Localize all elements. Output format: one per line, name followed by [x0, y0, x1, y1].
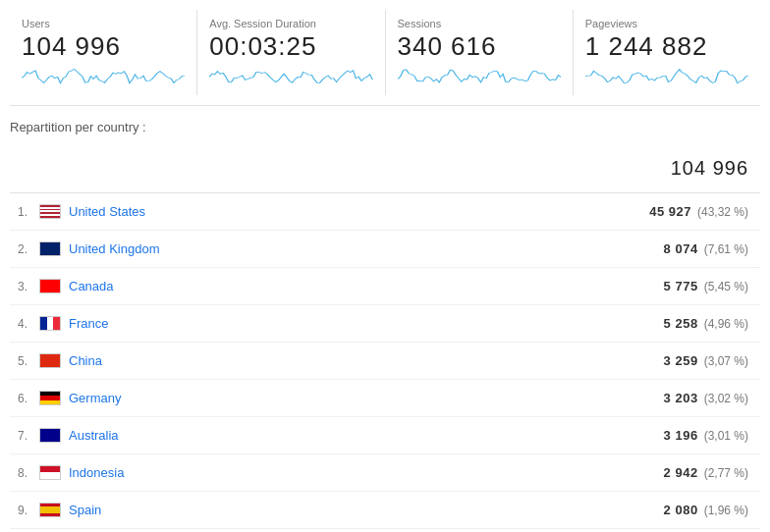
country-name[interactable]: United States: [69, 204, 145, 219]
flag-icon: [39, 241, 61, 256]
country-row: 7. Australia: [10, 417, 275, 454]
country-pct: (3,07 %): [704, 354, 748, 368]
country-value: 5 258: [664, 316, 698, 331]
flag-icon: [39, 316, 61, 331]
value-row: 5 775 (5,45 %): [275, 268, 760, 305]
rank-label: 8.: [18, 466, 39, 480]
metric-card-pageviews: Pageviews 1 244 882: [574, 10, 760, 95]
country-name[interactable]: Germany: [69, 391, 121, 405]
section-title: Repartition per country :: [10, 120, 760, 134]
country-value: 3 259: [664, 353, 698, 368]
country-row: 2. United Kingdom: [10, 231, 275, 268]
rank-label: 4.: [18, 317, 39, 331]
rank-label: 9.: [18, 504, 39, 517]
metrics-row: Users 104 996 Avg. Session Duration 00:0…: [10, 10, 760, 106]
flag-icon: [39, 391, 61, 405]
value-row: 8 074 (7,61 %): [275, 231, 760, 268]
country-name[interactable]: Indonesia: [69, 465, 124, 480]
country-row: 5. China: [10, 343, 275, 380]
value-row: 2 942 (2,77 %): [275, 454, 760, 492]
country-value: 5 775: [664, 279, 698, 293]
metric-label: Users: [22, 18, 185, 29]
flag-icon: [39, 353, 61, 368]
country-table: 1. United States 2. United Kingdom 3. Ca…: [10, 144, 760, 532]
values-list: 104 996 45 927 (43,32 %) 8 074 (7,61 %) …: [275, 144, 760, 532]
country-value: 2 080: [664, 503, 698, 517]
country-value: 8 074: [664, 241, 698, 256]
rank-label: 5.: [18, 354, 39, 368]
country-name[interactable]: China: [69, 353, 102, 368]
metric-label: Sessions: [398, 18, 561, 29]
flag-icon: [39, 503, 61, 517]
total-value: 104 996: [275, 144, 760, 193]
metric-card-sessions: Sessions 340 616: [386, 10, 574, 95]
rank-label: 7.: [18, 429, 39, 443]
value-row: 3 203 (3,02 %): [275, 380, 760, 417]
value-row: 3 259 (3,07 %): [275, 343, 760, 380]
country-pct: (1,96 %): [704, 504, 748, 517]
country-value: 3 196: [664, 428, 698, 443]
country-pct: (3,01 %): [704, 429, 748, 443]
country-list: 1. United States 2. United Kingdom 3. Ca…: [10, 144, 275, 532]
country-pct: (3,02 %): [704, 392, 748, 405]
rank-label: 6.: [18, 392, 39, 405]
country-row: 8. Indonesia: [10, 454, 275, 492]
country-row: 1. United States: [10, 193, 275, 231]
flag-icon: [39, 465, 61, 480]
country-row: 6. Germany: [10, 380, 275, 417]
flag-icon: [39, 279, 61, 293]
sparkline: [209, 66, 372, 87]
country-pct: (7,61 %): [704, 242, 748, 256]
left-total-spacer: [10, 144, 275, 193]
metric-value: 104 996: [22, 31, 185, 62]
metric-value: 00:03:25: [209, 31, 372, 62]
sparkline: [22, 66, 185, 87]
flag-icon: [39, 204, 61, 219]
country-pct: (4,96 %): [704, 317, 748, 331]
country-row: 9. Spain: [10, 492, 275, 529]
sparkline: [398, 66, 561, 87]
metric-card-users: Users 104 996: [10, 10, 197, 95]
metric-value: 1 244 882: [585, 31, 748, 62]
country-pct: (5,45 %): [704, 280, 748, 293]
sparkline: [585, 66, 748, 87]
metric-label: Pageviews: [585, 18, 748, 29]
rank-label: 3.: [18, 280, 39, 293]
country-value: 45 927: [649, 204, 691, 219]
country-name[interactable]: Australia: [69, 428, 119, 443]
country-name[interactable]: Spain: [69, 503, 101, 517]
value-row: 2 080 (1,96 %): [275, 492, 760, 529]
country-pct: (2,77 %): [704, 466, 748, 480]
country-pct: (43,32 %): [697, 205, 748, 219]
rank-label: 2.: [18, 242, 39, 256]
country-value: 2 942: [664, 465, 698, 480]
metric-card-avg-session: Avg. Session Duration 00:03:25: [197, 10, 385, 95]
country-name[interactable]: United Kingdom: [69, 241, 160, 256]
metric-label: Avg. Session Duration: [209, 18, 372, 29]
rank-label: 1.: [18, 205, 39, 219]
country-name[interactable]: France: [69, 316, 108, 331]
value-row: 5 258 (4,96 %): [275, 305, 760, 343]
country-name[interactable]: Canada: [69, 279, 114, 293]
flag-icon: [39, 428, 61, 443]
value-row: 3 196 (3,01 %): [275, 417, 760, 454]
country-row: 3. Canada: [10, 268, 275, 305]
value-row: 45 927 (43,32 %): [275, 193, 760, 231]
metric-value: 340 616: [398, 31, 561, 62]
country-row: 4. France: [10, 305, 275, 343]
country-value: 3 203: [664, 391, 698, 405]
